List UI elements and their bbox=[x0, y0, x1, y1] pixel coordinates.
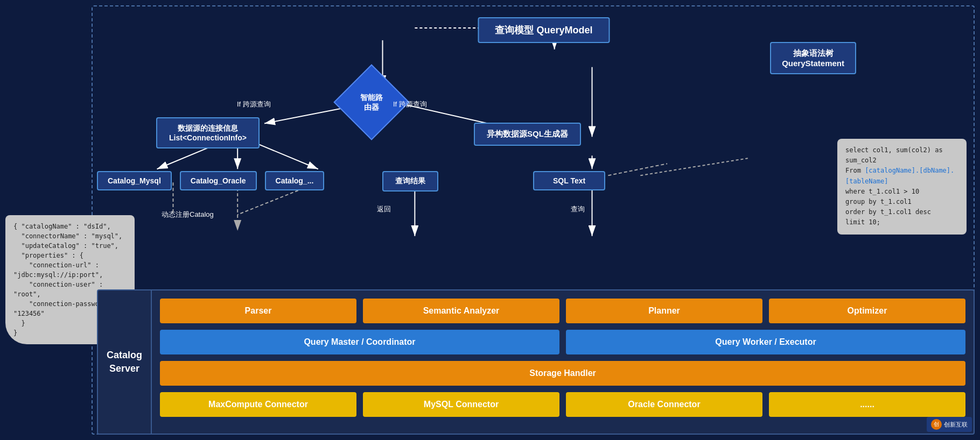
catalog-row: Catalog_Mysql Catalog_Oracle Catalog_... bbox=[97, 171, 324, 190]
if-cross-left-label: If 跨源查询 bbox=[237, 100, 271, 109]
engine-grid: Parser Semantic Analyzer Planner Optimiz… bbox=[152, 290, 974, 434]
more-connectors-box: ...... bbox=[769, 392, 965, 417]
oracle-connector-box: Oracle Connector bbox=[566, 392, 762, 417]
logo-icon: 创 bbox=[931, 419, 942, 430]
maxcompute-connector-box: MaxCompute Connector bbox=[160, 392, 356, 417]
catalog-server-label: Catalog Server bbox=[98, 290, 152, 434]
engine-row-3: Storage Handler bbox=[160, 361, 965, 386]
catalog-oracle-box: Catalog_Oracle bbox=[180, 171, 257, 190]
planner-box: Planner bbox=[566, 299, 762, 323]
return-label: 返回 bbox=[377, 204, 391, 214]
sql-code-box: select col1, sum(col2) as sum_col2 From … bbox=[837, 139, 967, 235]
query-result-box: 查询结果 bbox=[382, 171, 438, 191]
parser-box: Parser bbox=[160, 299, 356, 323]
if-cross-right-label: If 跨源查询 bbox=[393, 100, 427, 109]
sql-text-box: SQL Text bbox=[533, 171, 605, 190]
query-master-box: Query Master / Coordinator bbox=[160, 330, 559, 354]
engine-section: Catalog Server Parser Semantic Analyzer … bbox=[97, 289, 975, 435]
conn-info-box: 数据源的连接信息 List<ConnectionInfo> bbox=[156, 117, 260, 148]
watermark: 创 创新互联 bbox=[927, 417, 972, 432]
ast-box: 抽象语法树 QueryStatement bbox=[770, 42, 856, 74]
catalog-more-box: Catalog_... bbox=[265, 171, 325, 190]
hetero-sql-box: 异构数据源SQL生成器 bbox=[474, 123, 581, 146]
optimizer-box: Optimizer bbox=[769, 299, 965, 323]
engine-row-1: Parser Semantic Analyzer Planner Optimiz… bbox=[160, 299, 965, 323]
catalog-mysql-box: Catalog_Mysql bbox=[97, 171, 172, 190]
query-model-box: 查询模型 QueryModel bbox=[478, 17, 610, 43]
dynamic-register-label: 动态注册Catalog bbox=[162, 210, 214, 219]
mysql-connector-box: MySQL Connector bbox=[363, 392, 559, 417]
semantic-analyzer-box: Semantic Analyzer bbox=[363, 299, 559, 323]
storage-handler-box: Storage Handler bbox=[160, 361, 965, 386]
engine-row-2: Query Master / Coordinator Query Worker … bbox=[160, 330, 965, 354]
engine-row-4: MaxCompute Connector MySQL Connector Ora… bbox=[160, 392, 965, 417]
query-arrow-label: 查询 bbox=[571, 204, 840, 214]
main-diagram: 跨源查询引擎 bbox=[5, 5, 975, 435]
query-worker-box: Query Worker / Executor bbox=[566, 330, 965, 354]
